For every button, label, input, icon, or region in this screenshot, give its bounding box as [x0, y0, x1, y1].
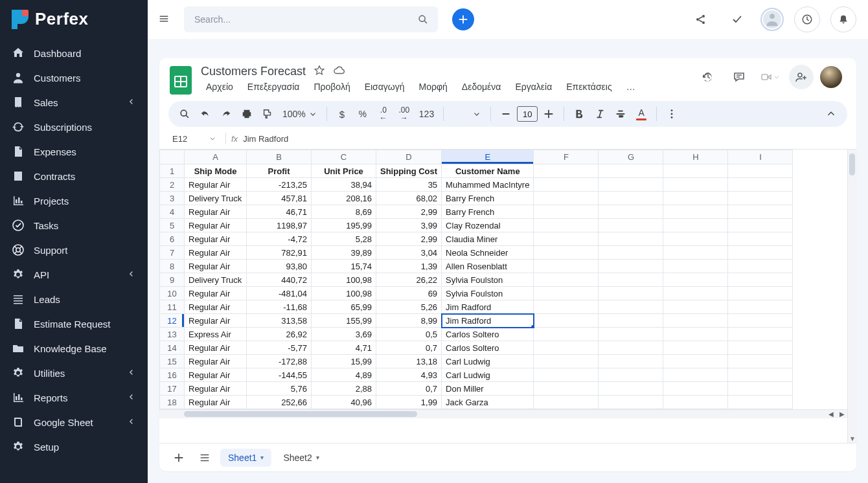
sidebar-item-google-sheet[interactable]: Google Sheet — [0, 410, 148, 434]
cell[interactable] — [534, 355, 599, 368]
menu-…[interactable]: … — [621, 79, 641, 95]
cell[interactable]: Delivery Truck — [185, 273, 247, 287]
row-header[interactable]: 8 — [160, 260, 185, 273]
cell[interactable] — [728, 368, 793, 382]
cell[interactable]: Barry French — [442, 192, 534, 205]
cell[interactable] — [534, 232, 599, 246]
cell[interactable]: 3,04 — [376, 246, 442, 260]
cell[interactable] — [728, 164, 793, 178]
cell[interactable]: 35 — [376, 178, 442, 192]
text-color-button[interactable]: A — [632, 104, 651, 124]
font-size-decrease[interactable] — [496, 104, 516, 124]
row-header[interactable]: 11 — [160, 300, 185, 314]
cell[interactable]: 13,18 — [376, 355, 442, 368]
share-doc-button[interactable] — [789, 65, 814, 89]
cell[interactable]: Allen Rosenblatt — [442, 260, 534, 273]
sheet-tab-sheet2[interactable]: Sheet2▾ — [275, 449, 326, 467]
cell[interactable]: Regular Air — [185, 382, 247, 396]
doc-title[interactable]: Customers Forecast — [201, 65, 306, 78]
share-button[interactable] — [688, 6, 714, 32]
cell[interactable] — [534, 328, 599, 341]
cell[interactable] — [599, 300, 663, 314]
cell[interactable] — [728, 260, 793, 273]
cell[interactable] — [534, 273, 599, 287]
row-header[interactable]: 3 — [160, 192, 185, 205]
column-header[interactable]: F — [534, 150, 599, 164]
cell[interactable] — [534, 300, 599, 314]
cell[interactable]: Delivery Truck — [185, 192, 247, 205]
notifications-button[interactable] — [830, 6, 856, 32]
cell[interactable] — [728, 328, 793, 341]
cell[interactable]: Customer Name — [442, 164, 534, 178]
cell[interactable]: 1,39 — [376, 260, 442, 273]
cell[interactable]: 5,28 — [312, 232, 376, 246]
sidebar-item-expenses[interactable]: Expenses — [0, 139, 148, 164]
row-header[interactable]: 9 — [160, 273, 185, 287]
cell[interactable]: 2,99 — [376, 205, 442, 219]
cell[interactable] — [663, 382, 728, 396]
sheet-tab-sheet1[interactable]: Sheet1▾ — [220, 449, 271, 467]
row-header[interactable]: 18 — [160, 396, 185, 409]
cell[interactable]: 68,02 — [376, 192, 442, 205]
sidebar-item-estimate-request[interactable]: Estimate Request — [0, 311, 148, 336]
cell[interactable]: 208,16 — [312, 192, 376, 205]
cell[interactable]: 40,96 — [312, 396, 376, 409]
cell[interactable]: -172,88 — [247, 355, 312, 368]
zoom-dropdown[interactable]: 100% — [279, 104, 321, 124]
more-tools-button[interactable] — [662, 104, 681, 124]
cell[interactable] — [728, 314, 793, 328]
sidebar-item-customers[interactable]: Customers — [0, 65, 148, 90]
row-header[interactable]: 12 — [160, 314, 185, 328]
cell[interactable]: Regular Air — [185, 341, 247, 355]
cell[interactable]: 26,22 — [376, 273, 442, 287]
cell[interactable]: -144,55 — [247, 368, 312, 382]
cell[interactable] — [728, 382, 793, 396]
cell[interactable]: Regular Air — [185, 232, 247, 246]
cell[interactable] — [534, 164, 599, 178]
menu-Επεκτάσεις[interactable]: Επεκτάσεις — [561, 79, 617, 95]
cell[interactable] — [599, 341, 663, 355]
cell[interactable]: 15,74 — [312, 260, 376, 273]
cell[interactable] — [663, 314, 728, 328]
activity-button[interactable] — [794, 6, 820, 32]
row-header[interactable]: 6 — [160, 232, 185, 246]
cell[interactable]: Regular Air — [185, 355, 247, 368]
cell[interactable]: Barry French — [442, 205, 534, 219]
cell[interactable] — [599, 260, 663, 273]
cell[interactable]: 0,7 — [376, 341, 442, 355]
menu-Εισαγωγή[interactable]: Εισαγωγή — [360, 79, 410, 95]
cell[interactable]: 15,99 — [312, 355, 376, 368]
sidebar-item-dashboard[interactable]: Dashboard — [0, 41, 148, 65]
cell[interactable]: Express Air — [185, 328, 247, 341]
sidebar-item-tasks[interactable]: Tasks — [0, 213, 148, 238]
user-avatar[interactable] — [760, 8, 784, 31]
cell[interactable]: Carl Ludwig — [442, 355, 534, 368]
cell[interactable] — [534, 287, 599, 300]
cell[interactable]: 1,99 — [376, 396, 442, 409]
cell[interactable]: 0,7 — [376, 382, 442, 396]
cell[interactable] — [534, 260, 599, 273]
font-dropdown[interactable] — [449, 104, 485, 124]
sidebar-item-api[interactable]: API — [0, 262, 148, 287]
cell[interactable]: Jim Radford — [442, 300, 534, 314]
cell[interactable] — [728, 300, 793, 314]
meet-button[interactable] — [758, 65, 782, 89]
cell[interactable] — [728, 396, 793, 409]
brand-logo[interactable]: Perfex — [0, 0, 148, 37]
cell[interactable]: 38,94 — [312, 178, 376, 192]
cell[interactable] — [534, 219, 599, 232]
cell[interactable] — [728, 178, 793, 192]
cell[interactable]: 1198,97 — [247, 219, 312, 232]
cell[interactable]: Shipping Cost — [376, 164, 442, 178]
redo-button[interactable] — [216, 104, 236, 124]
cell[interactable] — [728, 341, 793, 355]
cell[interactable]: -213,25 — [247, 178, 312, 192]
row-header[interactable]: 16 — [160, 368, 185, 382]
column-header[interactable]: C — [312, 150, 376, 164]
decrease-decimal-button[interactable]: .0← — [374, 104, 393, 124]
sidebar-item-subscriptions[interactable]: Subscriptions — [0, 115, 148, 139]
sidebar-item-setup[interactable]: Setup — [0, 434, 148, 459]
row-header[interactable]: 7 — [160, 246, 185, 260]
column-header[interactable]: G — [599, 150, 663, 164]
cell[interactable]: 457,81 — [247, 192, 312, 205]
